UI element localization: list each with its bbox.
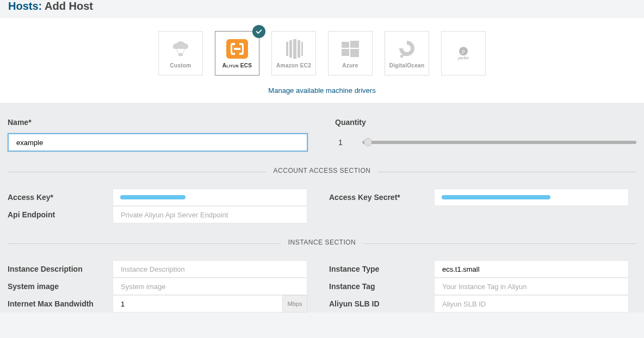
quantity-label: Quantity bbox=[335, 118, 636, 127]
name-label: Name* bbox=[8, 118, 308, 127]
svg-rect-9 bbox=[342, 42, 349, 48]
provider-label: Custom bbox=[170, 62, 191, 68]
instance-section-divider: INSTANCE SECTION bbox=[8, 239, 636, 248]
instance-tag-input[interactable] bbox=[434, 278, 629, 295]
provider-custom[interactable]: Custom bbox=[158, 31, 203, 76]
instance-desc-input[interactable] bbox=[113, 260, 307, 278]
svg-rect-2 bbox=[178, 53, 183, 56]
check-icon bbox=[252, 25, 265, 38]
provider-row: Custom Aliyun ECS Amazon EC2 Azure bbox=[0, 31, 644, 76]
svg-rect-14 bbox=[400, 55, 403, 58]
name-input[interactable] bbox=[8, 133, 308, 152]
instance-tag-label: Instance Tag bbox=[329, 282, 434, 291]
account-section-divider: ACCOUNT ACCESS SECTION bbox=[8, 167, 636, 177]
svg-text:p: p bbox=[462, 48, 465, 54]
svg-rect-7 bbox=[298, 40, 300, 58]
api-endpoint-label: Api Endpoint bbox=[8, 210, 113, 219]
page-header: Hosts: Add Host bbox=[0, 0, 644, 18]
page-title: Hosts: Add Host bbox=[8, 0, 636, 12]
redacted-scribble bbox=[442, 195, 550, 199]
provider-label: Amazon EC2 bbox=[276, 62, 311, 68]
bandwidth-unit: Mbps bbox=[282, 295, 307, 312]
digitalocean-icon bbox=[395, 39, 419, 59]
aliyun-icon bbox=[225, 39, 249, 59]
breadcrumb-hosts[interactable]: Hosts: bbox=[8, 0, 42, 12]
instance-section-label: INSTANCE SECTION bbox=[281, 239, 363, 246]
account-section-label: ACCOUNT ACCESS SECTION bbox=[266, 167, 379, 174]
provider-amazon-ec2[interactable]: Amazon EC2 bbox=[271, 31, 316, 76]
svg-text:packet: packet bbox=[457, 55, 469, 60]
form-area: Name* Quantity 1 ACCOUNT ACCESS SECTION … bbox=[0, 103, 644, 312]
quantity-slider[interactable] bbox=[362, 141, 636, 144]
svg-rect-8 bbox=[301, 42, 303, 56]
provider-label: Aliyun ECS bbox=[222, 62, 252, 68]
svg-rect-10 bbox=[350, 41, 359, 48]
svg-rect-5 bbox=[289, 40, 292, 58]
instance-type-label: Instance Type bbox=[329, 265, 434, 273]
slider-thumb[interactable] bbox=[364, 138, 372, 146]
svg-rect-4 bbox=[286, 42, 288, 56]
quantity-value: 1 bbox=[335, 138, 346, 147]
instance-type-input[interactable] bbox=[434, 260, 629, 278]
provider-label: DigitalOcean bbox=[389, 62, 425, 68]
access-key-secret-label: Access Key Secret* bbox=[329, 193, 434, 202]
manage-drivers-link-wrap: Manage available machine drivers bbox=[0, 85, 644, 95]
slb-id-label: Aliyun SLB ID bbox=[329, 299, 434, 308]
provider-label: Azure bbox=[342, 62, 358, 68]
api-endpoint-input[interactable] bbox=[113, 206, 307, 223]
redacted-scribble bbox=[120, 195, 185, 199]
slb-id-input[interactable] bbox=[434, 295, 629, 312]
bandwidth-label: Internet Max Bandwidth bbox=[8, 299, 113, 308]
provider-panel: Custom Aliyun ECS Amazon EC2 Azure bbox=[0, 18, 644, 103]
breadcrumb-add-host: Add Host bbox=[45, 0, 93, 12]
access-key-label: Access Key* bbox=[8, 193, 113, 202]
provider-azure[interactable]: Azure bbox=[328, 31, 373, 76]
cloud-parachute-icon bbox=[169, 39, 193, 59]
svg-rect-12 bbox=[350, 49, 359, 57]
system-image-input[interactable] bbox=[113, 278, 307, 295]
instance-desc-label: Instance Description bbox=[8, 265, 113, 273]
svg-rect-6 bbox=[293, 39, 296, 59]
provider-digitalocean[interactable]: DigitalOcean bbox=[385, 31, 429, 76]
provider-aliyun-ecs[interactable]: Aliyun ECS bbox=[215, 31, 259, 76]
provider-packet[interactable]: ppacket bbox=[441, 31, 486, 76]
svg-rect-11 bbox=[342, 49, 349, 56]
packet-icon: ppacket bbox=[451, 43, 475, 64]
bandwidth-input[interactable] bbox=[113, 295, 307, 312]
manage-drivers-link[interactable]: Manage available machine drivers bbox=[268, 86, 375, 95]
svg-rect-13 bbox=[403, 52, 407, 56]
system-image-label: System image bbox=[8, 282, 113, 291]
amazon-ec2-icon bbox=[282, 39, 306, 59]
azure-icon bbox=[338, 39, 362, 59]
